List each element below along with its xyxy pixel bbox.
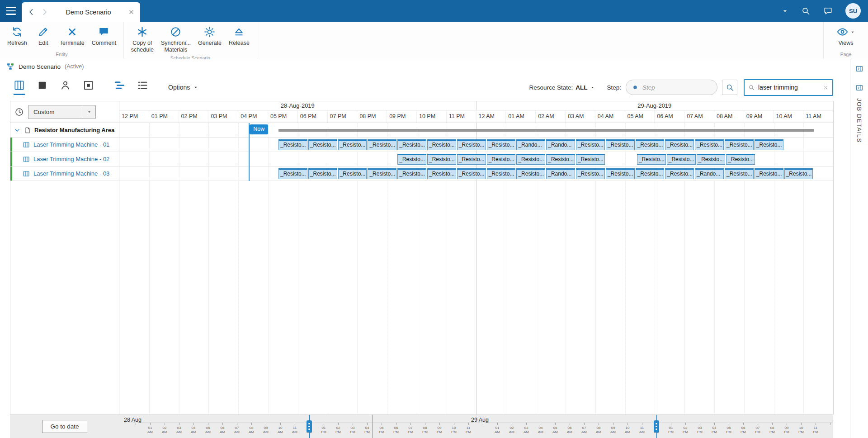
task-bar[interactable]: _Resisto...	[487, 139, 516, 150]
list-view-button[interactable]	[137, 80, 148, 95]
time-preset-dropdown[interactable]: Custom	[28, 105, 96, 119]
gantt-view-button[interactable]	[14, 80, 25, 95]
task-bar[interactable]: _Resisto...	[637, 154, 666, 165]
search-icon[interactable]	[801, 6, 811, 16]
resource-state-dropdown[interactable]: Resource State: ALL	[529, 84, 595, 91]
scenario-tab[interactable]: Demo Scenario	[22, 2, 140, 22]
task-bar[interactable]: _Resisto...	[697, 154, 726, 165]
overview-tick	[743, 423, 744, 425]
task-bar[interactable]: _Resisto...	[338, 139, 367, 150]
task-bar[interactable]: _Resisto...	[397, 139, 426, 150]
tree-group-row[interactable]: Resistor Manufacturing Area	[10, 123, 119, 138]
terminate-button[interactable]: Terminate	[56, 23, 88, 48]
back-arrow-icon[interactable]	[27, 8, 36, 16]
task-bar[interactable]: _Resisto...	[636, 139, 665, 150]
task-bar[interactable]: _Rando...	[695, 168, 724, 179]
task-bar[interactable]: _Resisto...	[784, 168, 813, 179]
task-bar[interactable]: _Rando...	[546, 139, 575, 150]
task-bar[interactable]: _Resisto...	[516, 154, 545, 165]
task-bar[interactable]: _Resisto...	[338, 168, 367, 179]
people-view-button[interactable]	[60, 80, 71, 95]
task-bar[interactable]: _Rando...	[546, 168, 575, 179]
task-bar[interactable]: _Resisto...	[427, 154, 456, 165]
task-bar[interactable]: _Resisto...	[667, 154, 696, 165]
task-bar[interactable]: _Resisto...	[457, 168, 486, 179]
machine-icon	[23, 170, 30, 177]
plan-gantt-button[interactable]	[114, 80, 125, 95]
caret-down-icon[interactable]	[782, 8, 788, 14]
step-filter-input[interactable]	[642, 84, 711, 91]
task-bar[interactable]: _Resisto...	[278, 139, 307, 150]
task-bar[interactable]: _Resisto...	[516, 168, 545, 179]
frame-view-button[interactable]	[83, 80, 94, 95]
task-bar[interactable]: _Resisto...	[278, 168, 307, 179]
edit-button[interactable]: Edit	[31, 23, 56, 48]
overview-strip[interactable]: 28 Aug29 Aug01AM02AM03AM04AM05AM06AM07AM…	[119, 415, 833, 438]
task-bar[interactable]: _Resisto...	[397, 168, 426, 179]
tree-machine-row[interactable]: Laser Trimming Machine - 02	[10, 152, 119, 167]
machine-name: Laser Trimming Machine - 02	[33, 156, 109, 162]
options-dropdown[interactable]: Options	[168, 84, 198, 91]
task-bar[interactable]: _Resisto...	[487, 168, 516, 179]
task-bar[interactable]: _Resisto...	[755, 139, 783, 150]
overview-window-start-handle[interactable]	[307, 420, 312, 433]
task-bar[interactable]: _Resisto...	[576, 168, 605, 179]
task-bar[interactable]: _Resisto...	[308, 139, 337, 150]
overview-tick-label: 10AM	[623, 426, 632, 434]
panel-toggle-icon[interactable]	[855, 84, 863, 92]
overview-tick-label: 05AM	[203, 426, 213, 434]
tree-machine-row[interactable]: Laser Trimming Machine - 01	[10, 138, 119, 152]
task-bar[interactable]: _Rando...	[516, 139, 545, 150]
overview-tick-label: 07AM	[579, 426, 589, 434]
task-bar[interactable]: _Resisto...	[725, 168, 754, 179]
task-bar[interactable]: _Resisto...	[457, 139, 486, 150]
copy-of-schedule-button[interactable]: Copy ofschedule	[127, 23, 157, 54]
hamburger-menu-button[interactable]	[0, 0, 22, 22]
task-bar[interactable]: _Resisto...	[427, 168, 456, 179]
views-button[interactable]: Views	[833, 23, 859, 48]
task-bar[interactable]: _Resisto...	[576, 139, 605, 150]
panel-toggle-icon[interactable]	[855, 65, 863, 73]
time-preset-caret[interactable]	[83, 105, 95, 119]
task-bar[interactable]: _Resisto...	[665, 168, 694, 179]
generate-button[interactable]: Generate	[194, 23, 225, 48]
task-bar[interactable]: _Resisto...	[487, 154, 516, 165]
overview-window-end-handle[interactable]	[654, 420, 659, 433]
task-bar[interactable]: _Resisto...	[606, 168, 635, 179]
forward-arrow-icon[interactable]	[40, 8, 49, 16]
resource-search-input[interactable]	[758, 84, 820, 91]
release-button[interactable]: Release	[225, 23, 253, 48]
synchroni-materials-button[interactable]: Synchroni...Materials	[157, 23, 194, 54]
chevron-down-icon	[14, 127, 21, 134]
avatar[interactable]: SU	[845, 3, 861, 19]
task-bar[interactable]: _Resisto...	[606, 139, 635, 150]
task-bar[interactable]: _Resisto...	[576, 154, 605, 165]
task-bar[interactable]: _Resisto...	[308, 168, 337, 179]
ribbon-button-label: Release	[229, 40, 250, 47]
scenario-name: Demo Scenario	[19, 63, 61, 70]
hour-header-cell: 06 PM	[298, 110, 328, 123]
task-bar[interactable]: _Resisto...	[368, 168, 396, 179]
task-bar[interactable]: _Resisto...	[725, 139, 754, 150]
task-bar[interactable]: _Resisto...	[726, 154, 755, 165]
task-bar[interactable]: _Resisto...	[397, 154, 426, 165]
step-search-button[interactable]	[722, 80, 737, 95]
refresh-button[interactable]: Refresh	[4, 23, 31, 48]
clear-search-icon[interactable]	[823, 85, 829, 90]
task-bar[interactable]: _Resisto...	[368, 139, 396, 150]
comment-button[interactable]: Comment	[88, 23, 120, 48]
chat-icon[interactable]	[823, 6, 833, 16]
task-bar[interactable]: _Resisto...	[695, 139, 724, 150]
go-to-date-button[interactable]: Go to date	[42, 420, 87, 433]
task-bar[interactable]: _Resisto...	[546, 154, 575, 165]
task-bar[interactable]: _Resisto...	[427, 139, 456, 150]
time-preset-value[interactable]: Custom	[28, 105, 83, 119]
task-bar[interactable]: _Resisto...	[457, 154, 486, 165]
overview-tick	[266, 423, 266, 425]
task-bar[interactable]: _Resisto...	[665, 139, 694, 150]
task-bar[interactable]: _Resisto...	[636, 168, 665, 179]
tree-machine-row[interactable]: Laser Trimming Machine - 03	[10, 167, 119, 181]
blocks-view-button[interactable]	[37, 80, 48, 95]
tab-close-icon[interactable]	[128, 9, 135, 15]
task-bar[interactable]: _Resisto...	[755, 168, 783, 179]
